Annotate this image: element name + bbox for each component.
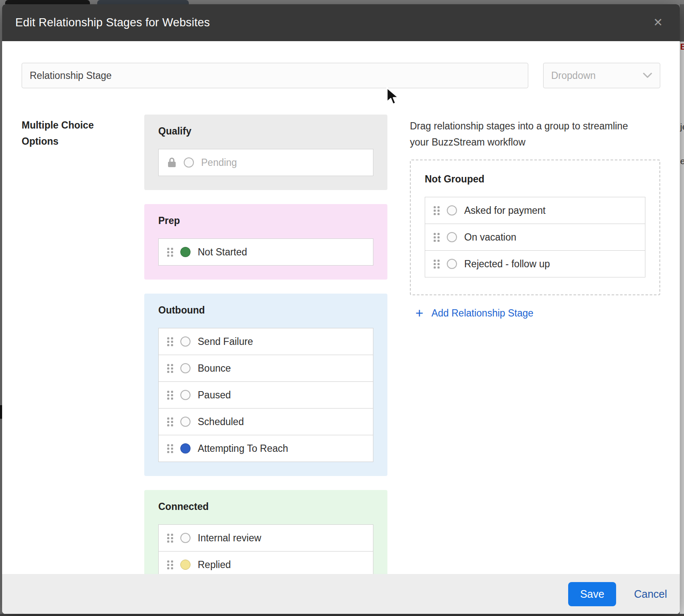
- stage-group-outbound[interactable]: OutboundSend FailureBouncePausedSchedule…: [144, 294, 387, 476]
- drag-handle-icon[interactable]: [167, 364, 173, 373]
- stage-color-dot[interactable]: [447, 232, 457, 242]
- drag-handle-icon[interactable]: [167, 417, 173, 426]
- drag-handle-icon[interactable]: [167, 534, 173, 543]
- multiple-choice-options-label: Multiple Choice Options: [22, 117, 144, 149]
- stage-label: Asked for payment: [464, 205, 546, 216]
- drag-handle-icon[interactable]: [167, 391, 173, 400]
- not-grouped-list: Asked for paymentOn vacationRejected - f…: [425, 197, 645, 277]
- group-title: Connected: [158, 501, 373, 512]
- save-button[interactable]: Save: [568, 582, 616, 606]
- drag-handle-icon[interactable]: [167, 337, 173, 346]
- grouping-panel: Drag relationship stages into a group to…: [410, 118, 660, 320]
- stage-color-dot[interactable]: [180, 443, 191, 454]
- stage-row[interactable]: Pending: [158, 149, 373, 176]
- background-page-bottom: [0, 614, 684, 616]
- background-text-fragment: je: [680, 122, 684, 132]
- field-type-dropdown[interactable]: Dropdown: [543, 63, 660, 88]
- dialog-header: Edit Relationship Stages for Websites ✕: [2, 4, 680, 41]
- stage-row[interactable]: Internal review: [158, 524, 373, 552]
- dialog-title: Edit Relationship Stages for Websites: [15, 16, 653, 29]
- stage-label: Rejected - follow up: [464, 258, 550, 270]
- drag-handle-icon[interactable]: [434, 260, 440, 269]
- stage-row[interactable]: Asked for payment: [425, 197, 645, 224]
- edit-relationship-stages-dialog: Edit Relationship Stages for Websites ✕ …: [2, 4, 680, 614]
- chevron-down-icon: [643, 73, 652, 78]
- background-text-fragment: e: [680, 156, 684, 166]
- dialog-body: Dropdown Multiple Choice Options Qualify…: [2, 41, 680, 614]
- stage-color-dot[interactable]: [180, 363, 191, 373]
- add-relationship-stage-label: Add Relationship Stage: [432, 308, 533, 319]
- close-icon[interactable]: ✕: [653, 17, 663, 28]
- group-item-list: Pending: [158, 149, 373, 176]
- stage-color-dot[interactable]: [447, 259, 457, 269]
- stage-label: Internal review: [198, 532, 261, 544]
- stage-color-dot[interactable]: [180, 417, 191, 427]
- dialog-footer: Save Cancel: [2, 574, 680, 614]
- stage-label: Not Started: [198, 246, 247, 258]
- add-relationship-stage-button[interactable]: + Add Relationship Stage: [410, 306, 660, 320]
- plus-icon: +: [415, 306, 423, 320]
- stage-label: Paused: [198, 389, 231, 401]
- stage-color-dot[interactable]: [447, 205, 457, 216]
- stage-row[interactable]: Rejected - follow up: [425, 250, 645, 277]
- group-title: Prep: [158, 215, 373, 227]
- drag-handle-icon[interactable]: [434, 206, 440, 215]
- background-text-fragment: E: [680, 42, 684, 52]
- not-grouped-title: Not Grouped: [425, 174, 645, 185]
- stage-label: Send Failure: [198, 336, 253, 347]
- group-item-list: Not Started: [158, 238, 373, 266]
- stage-row[interactable]: Paused: [158, 381, 373, 409]
- stage-label: Pending: [201, 157, 237, 168]
- group-title: Qualify: [158, 126, 373, 137]
- stage-label: Replied: [198, 559, 231, 571]
- group-item-list: Internal reviewReplied: [158, 524, 373, 578]
- stage-group-prep[interactable]: PrepNot Started: [144, 204, 387, 280]
- drag-handle-icon[interactable]: [167, 560, 173, 569]
- stage-label: On vacation: [464, 232, 516, 243]
- stage-label: Scheduled: [198, 416, 244, 428]
- stage-color-dot[interactable]: [180, 336, 191, 347]
- drag-handle-icon[interactable]: [167, 248, 173, 257]
- stage-row[interactable]: Attempting To Reach: [158, 435, 373, 462]
- field-type-value: Dropdown: [551, 70, 643, 81]
- group-item-list: Send FailureBouncePausedScheduledAttempt…: [158, 328, 373, 462]
- stage-group-qualify[interactable]: QualifyPending: [144, 115, 387, 190]
- background-page-edge: E je e: [680, 4, 684, 614]
- lock-icon: [167, 157, 177, 168]
- stage-color-dot[interactable]: [184, 157, 194, 168]
- cancel-button[interactable]: Cancel: [634, 588, 667, 600]
- stage-label: Attempting To Reach: [198, 443, 288, 454]
- drag-handle-icon[interactable]: [167, 444, 173, 453]
- stage-row[interactable]: Bounce: [158, 355, 373, 382]
- background-browser-bar: [0, 0, 684, 4]
- field-name-input[interactable]: [22, 63, 528, 88]
- group-title: Outbound: [158, 305, 373, 316]
- stage-row[interactable]: Not Started: [158, 238, 373, 266]
- stage-row[interactable]: On vacation: [425, 224, 645, 251]
- stage-color-dot[interactable]: [180, 560, 191, 570]
- stage-row[interactable]: Send Failure: [158, 328, 373, 355]
- drag-instruction-text: Drag relationship stages into a group to…: [410, 118, 635, 150]
- stage-label: Bounce: [198, 363, 231, 374]
- stage-color-dot[interactable]: [180, 533, 191, 543]
- drag-handle-icon[interactable]: [434, 233, 440, 242]
- stage-color-dot[interactable]: [180, 390, 191, 400]
- stage-groups-column: QualifyPendingPrepNot StartedOutboundSen…: [144, 115, 387, 606]
- stage-color-dot[interactable]: [180, 247, 191, 257]
- not-grouped-dropzone[interactable]: Not Grouped Asked for paymentOn vacation…: [410, 160, 660, 295]
- stage-row[interactable]: Scheduled: [158, 408, 373, 435]
